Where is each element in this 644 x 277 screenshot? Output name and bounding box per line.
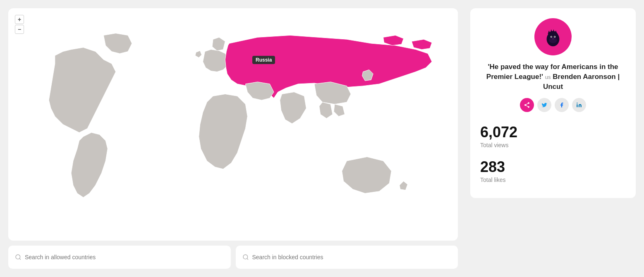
svg-point-2 xyxy=(243,255,248,259)
info-card: 'He paved the way for Americans in the P… xyxy=(470,8,636,198)
search-icon-allowed xyxy=(15,254,22,260)
map-svg-wrapper xyxy=(12,12,454,236)
world-map-svg xyxy=(31,21,436,228)
allowed-countries-search[interactable] xyxy=(8,246,231,269)
twitter-icon xyxy=(541,102,547,108)
linkedin-button[interactable] xyxy=(572,98,586,112)
svg-point-13 xyxy=(552,38,554,40)
svg-line-3 xyxy=(247,258,248,260)
greenland xyxy=(103,33,132,54)
south-america xyxy=(71,133,108,198)
right-panel: 'He paved the way for Americans in the P… xyxy=(466,0,644,277)
total-views-label: Total views xyxy=(480,142,626,148)
video-subtitle: Brenden Aaronson | Uncut xyxy=(543,73,620,91)
video-flag: us xyxy=(545,74,551,80)
share-button[interactable] xyxy=(520,98,534,112)
allowed-countries-input[interactable] xyxy=(25,254,224,260)
svg-point-14 xyxy=(577,103,577,104)
svg-point-11 xyxy=(554,36,555,37)
total-likes-number: 283 xyxy=(480,158,626,176)
stats-section: 6,072 Total views 283 Total likes xyxy=(479,119,627,188)
premier-league-logo xyxy=(539,22,567,51)
left-panel: + − Russia xyxy=(0,0,466,277)
twitter-button[interactable] xyxy=(537,98,551,112)
video-title: 'He paved the way for Americans in the P… xyxy=(479,62,627,91)
africa xyxy=(199,94,247,169)
likes-stat: 283 Total likes xyxy=(480,153,626,188)
search-icon-blocked xyxy=(242,254,249,260)
facebook-button[interactable] xyxy=(555,98,569,112)
zoom-in-button[interactable]: + xyxy=(15,15,24,24)
blocked-countries-input[interactable] xyxy=(252,254,452,260)
social-icons-row xyxy=(520,98,586,112)
middle-east xyxy=(245,82,274,100)
svg-point-0 xyxy=(16,255,20,259)
total-views-number: 6,072 xyxy=(480,124,626,141)
india xyxy=(280,92,306,124)
zoom-out-button[interactable]: − xyxy=(15,25,24,34)
linkedin-icon xyxy=(576,102,582,108)
australia xyxy=(342,157,391,193)
map-controls: + − xyxy=(15,15,24,34)
share-icon xyxy=(524,102,530,108)
search-row xyxy=(8,246,458,269)
facebook-icon xyxy=(559,102,565,108)
north-america xyxy=(49,48,116,133)
brand-logo xyxy=(534,18,572,55)
views-stat: 6,072 Total views xyxy=(480,119,626,153)
total-likes-label: Total likes xyxy=(480,177,626,183)
map-container: + − Russia xyxy=(8,8,458,241)
svg-line-1 xyxy=(19,258,21,260)
svg-point-10 xyxy=(551,36,552,37)
blocked-countries-search[interactable] xyxy=(236,246,458,269)
